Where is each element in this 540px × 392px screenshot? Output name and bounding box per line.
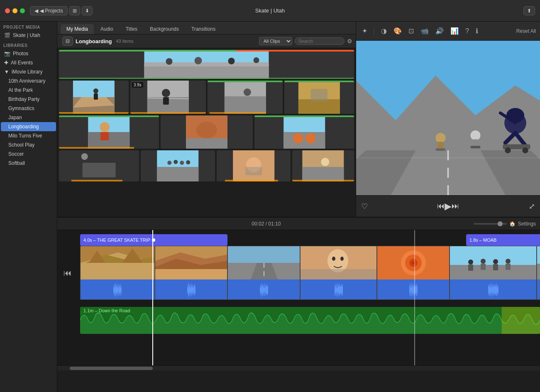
svg-point-104 (506, 259, 511, 264)
media-thumb-r4-2[interactable] (141, 150, 215, 181)
play-button[interactable]: ▶ (445, 201, 452, 212)
tab-backgrounds[interactable]: Backgrounds (144, 24, 185, 34)
playhead[interactable] (152, 230, 153, 365)
media-thumb-r2-4[interactable] (284, 81, 354, 114)
browser-toolbar: ⊟ Longboarding 43 Items All Clips Favori… (57, 34, 356, 48)
video-clip-5[interactable] (377, 246, 450, 300)
grid-view-button[interactable]: ⊞ (69, 6, 80, 15)
svg-point-100 (481, 259, 486, 264)
volume-button[interactable]: 🔊 (434, 26, 445, 36)
svg-point-57 (506, 108, 524, 123)
sidebar-item-softball[interactable]: Softball (1, 159, 56, 168)
video-clip-2[interactable] (155, 246, 227, 300)
video-clips-row (80, 246, 540, 300)
svg-point-62 (505, 147, 511, 153)
svg-point-41 (174, 160, 178, 164)
sidebar-item-all-events[interactable]: ✚ All Events (1, 58, 56, 67)
grid-toggle-button[interactable]: ⊟ (62, 37, 73, 46)
svg-rect-2 (144, 62, 269, 66)
sidebar-item-atpark[interactable]: At the Park (1, 86, 56, 95)
svg-rect-46 (245, 167, 262, 175)
svg-point-67 (471, 130, 481, 140)
sidebar-item-schoolplay[interactable]: School Play (1, 140, 56, 149)
search-input[interactable] (295, 37, 345, 45)
svg-rect-105 (506, 264, 511, 270)
projects-button[interactable]: ◀ ◀ Projects (30, 6, 68, 15)
video-clip-6[interactable] (450, 246, 537, 300)
settings-label[interactable]: Settings (518, 221, 536, 227)
svg-rect-65 (437, 142, 443, 149)
svg-rect-21 (298, 99, 340, 114)
timeline-scrollbar[interactable] (57, 365, 540, 370)
media-thumb-r3-3[interactable] (254, 115, 354, 149)
share-button[interactable]: ⬆ (523, 6, 535, 15)
media-tabs: My Media Audio Titles Backgrounds Transi… (57, 22, 356, 34)
skip-forward-button[interactable]: ⏭ (452, 202, 459, 211)
sidebar-item-milo[interactable]: Milo Turns Five (1, 131, 56, 140)
media-thumb-r3-2[interactable] (161, 115, 253, 149)
tab-transitions[interactable]: Transitions (186, 24, 221, 34)
video-clip-7[interactable] (537, 246, 540, 300)
svg-rect-66 (436, 148, 446, 151)
audio-track[interactable]: 1.1m – Down the Road // This will be ren… (80, 307, 540, 334)
preview-controls: ♡ ⏮ ▶ ⏭ ⤢ (356, 195, 540, 217)
import-button[interactable]: ⬇ (82, 6, 93, 15)
close-button[interactable] (5, 8, 10, 13)
media-thumb-r2-3[interactable] (208, 81, 283, 114)
video-clip-3[interactable] (227, 246, 300, 300)
media-thumb-r2-1[interactable] (59, 81, 129, 114)
fullscreen-preview-button[interactable]: ⤢ (529, 202, 535, 211)
media-thumb-r3-1[interactable] (59, 115, 159, 149)
skip-to-start-icon[interactable]: ⏮ (59, 246, 76, 300)
sidebar-item-photos[interactable]: 📷 Photos (1, 49, 56, 58)
title-clip-2[interactable]: 1.8s – MOAB (466, 234, 540, 246)
svg-point-63 (522, 147, 528, 153)
clip-info-button[interactable]: ℹ (474, 26, 480, 36)
skip-back-button[interactable]: ⏮ (437, 202, 445, 211)
zoom-thumb[interactable] (498, 221, 503, 226)
clips-filter-select[interactable]: All Clips Favorites Rejected (259, 37, 292, 45)
fullscreen-button[interactable] (20, 8, 25, 13)
noise-reduction-button[interactable]: 📊 (449, 26, 460, 36)
event-label-soccer: Soccer (8, 151, 24, 157)
tab-titles[interactable]: Titles (120, 24, 143, 34)
sidebar-item-birthday[interactable]: Birthday Party (1, 95, 56, 104)
title-clip-1[interactable]: 4.0s – THE GREAT SKATE TRIP (80, 234, 227, 246)
svg-point-88 (332, 257, 335, 261)
sidebar-item-japan[interactable]: Japan (1, 113, 56, 122)
media-thumb-r4-3[interactable] (217, 150, 291, 181)
tab-audio[interactable]: Audio (95, 24, 119, 34)
sidebar-item-longboarding[interactable]: Longboarding (1, 122, 56, 131)
media-thumb-r4-1[interactable] (59, 150, 139, 181)
color-correction-button[interactable]: 🎨 (392, 26, 403, 36)
video-clip-4[interactable] (300, 246, 377, 300)
media-thumb-r2-2[interactable]: 3.9s (130, 81, 206, 114)
reset-all-button[interactable]: Reset All (516, 28, 536, 34)
sidebar: PROJECT MEDIA 🎬 Skate | Utah LIBRARIES 📷… (0, 22, 57, 392)
sidebar-item-project[interactable]: 🎬 Skate | Utah (1, 31, 56, 40)
sidebar-item-10th[interactable]: 10th Anniversary (1, 76, 56, 86)
media-thumb-row1-full[interactable] (59, 50, 354, 79)
crop-button[interactable]: ⊡ (407, 26, 415, 36)
zoom-track[interactable] (474, 223, 507, 225)
timeline-scroll-thumb[interactable] (70, 367, 153, 370)
tab-my-media[interactable]: My Media (61, 24, 94, 34)
svg-point-15 (162, 89, 170, 97)
svg-point-34 (305, 133, 315, 143)
minimize-button[interactable] (12, 8, 17, 13)
media-thumb-r4-4[interactable] (292, 150, 354, 181)
sidebar-item-soccer[interactable]: Soccer (1, 149, 56, 159)
color-balance-button[interactable]: ◑ (379, 26, 389, 36)
settings-gear-button[interactable]: ⚙ (347, 38, 352, 44)
speed-button[interactable]: ? (464, 27, 471, 36)
favorite-button[interactable]: ♡ (361, 202, 368, 211)
library-icon: ▼ (4, 69, 9, 75)
stabilize-button[interactable]: 📹 (419, 26, 430, 36)
video-clip-1[interactable] (80, 246, 155, 300)
svg-point-42 (180, 161, 184, 165)
svg-rect-111 (502, 307, 540, 334)
sidebar-item-gymnastics[interactable]: Gymnastics (1, 104, 56, 113)
magic-wand-button[interactable]: ✦ (360, 26, 369, 36)
svg-rect-37 (83, 163, 116, 177)
sidebar-item-imovie-library[interactable]: ▼ iMovie Library (1, 67, 56, 76)
